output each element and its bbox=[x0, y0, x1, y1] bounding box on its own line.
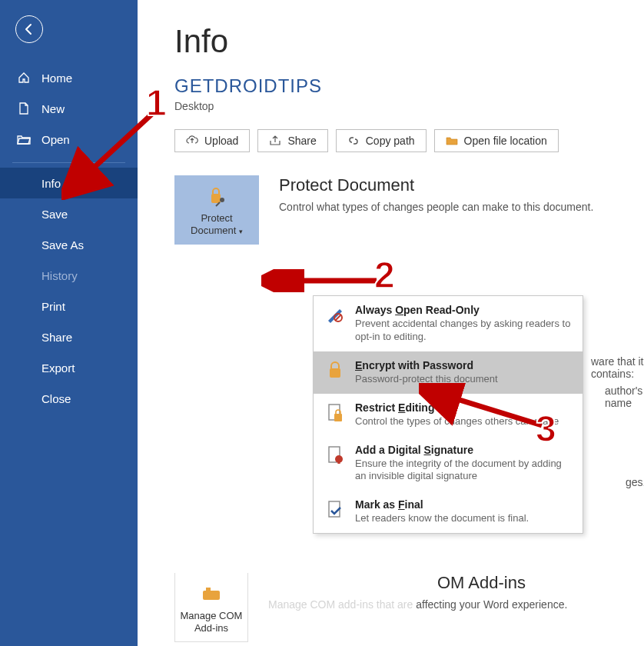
sidebar-item-label: Info bbox=[41, 177, 61, 190]
sidebar-item-history: History bbox=[0, 260, 138, 291]
document-title: GETDROIDTIPS bbox=[174, 75, 644, 97]
com-addins-heading-trail: OM Add-ins bbox=[437, 573, 567, 593]
open-location-button[interactable]: Open file location bbox=[434, 129, 559, 152]
copy-path-label: Copy path bbox=[366, 135, 415, 147]
sidebar-item-save-as[interactable]: Save As bbox=[0, 229, 138, 260]
cloud-upload-icon bbox=[186, 135, 198, 147]
sidebar-item-label: Share bbox=[41, 331, 72, 344]
manage-com-addins-label: Manage COM Add-ins bbox=[178, 610, 244, 634]
dropdown-item-title: Always Open Read-Only bbox=[355, 304, 572, 316]
info-toolbar: Upload Share Copy path Open file locatio… bbox=[174, 129, 644, 152]
page-title: Info bbox=[174, 23, 644, 60]
dropdown-item-always-open-read-only[interactable]: Always Open Read-OnlyPrevent accidental … bbox=[314, 296, 583, 351]
protect-document-desc: Control what types of changes people can… bbox=[279, 200, 593, 215]
dropdown-item-icon bbox=[324, 444, 346, 484]
open-location-label: Open file location bbox=[464, 135, 547, 147]
sidebar-item-label: Save bbox=[41, 208, 68, 221]
annotation-arrow-3 bbox=[419, 383, 549, 437]
backstage-sidebar: HomeNewOpen InfoSaveSave AsHistoryPrintS… bbox=[0, 0, 138, 646]
svg-rect-2 bbox=[203, 591, 220, 600]
back-button[interactable] bbox=[15, 15, 43, 43]
upload-label: Upload bbox=[204, 135, 238, 147]
sidebar-item-save[interactable]: Save bbox=[0, 198, 138, 229]
document-location: Desktop bbox=[174, 100, 644, 112]
dropdown-item-icon bbox=[324, 359, 346, 386]
folder-open-icon bbox=[17, 132, 31, 146]
upload-button[interactable]: Upload bbox=[174, 129, 250, 152]
com-addins-section: Manage COM Add-ins OM Add-ins Manage COM… bbox=[174, 573, 644, 642]
svg-point-1 bbox=[220, 198, 224, 202]
share-button[interactable]: Share bbox=[257, 129, 327, 152]
dropdown-item-desc: Prevent accidental changes by asking rea… bbox=[355, 318, 572, 344]
sidebar-item-print[interactable]: Print bbox=[0, 291, 138, 321]
sidebar-item-export[interactable]: Export bbox=[0, 352, 138, 383]
main-pane: Info GETDROIDTIPS Desktop Upload Share C bbox=[138, 0, 644, 646]
sidebar-item-label: History bbox=[41, 269, 78, 282]
copy-path-button[interactable]: Copy path bbox=[336, 129, 427, 152]
dropdown-item-title: Mark as Final bbox=[355, 498, 529, 511]
annotation-1: 1 bbox=[146, 82, 167, 124]
share-icon bbox=[269, 135, 281, 147]
dropdown-item-mark-as-final[interactable]: Mark as FinalLet readers know the docume… bbox=[314, 491, 583, 533]
sidebar-item-label: Export bbox=[41, 361, 75, 375]
check-hidden-trail: ges. bbox=[626, 476, 644, 488]
sidebar-item-label: Print bbox=[41, 300, 65, 313]
lock-key-icon bbox=[178, 185, 256, 208]
sidebar-item-close[interactable]: Close bbox=[0, 383, 138, 414]
sidebar-item-label: Home bbox=[41, 72, 72, 85]
sidebar-item-home[interactable]: Home bbox=[0, 62, 138, 93]
dropdown-item-desc: Let readers know the document is final. bbox=[355, 512, 529, 525]
manage-com-addins-button[interactable]: Manage COM Add-ins bbox=[174, 573, 248, 642]
document-icon bbox=[17, 102, 31, 115]
dropdown-item-icon bbox=[324, 401, 346, 428]
home-icon bbox=[17, 71, 31, 85]
share-label: Share bbox=[287, 135, 316, 147]
dropdown-item-icon bbox=[324, 304, 346, 344]
sidebar-item-share[interactable]: Share bbox=[0, 321, 138, 352]
dropdown-item-title: Encrypt with Password bbox=[355, 359, 498, 371]
svg-rect-8 bbox=[334, 414, 342, 421]
annotation-3: 3 bbox=[536, 408, 556, 450]
protect-document-btn-label: Protect Document ▾ bbox=[178, 212, 256, 236]
inspect-trail: ware that it contains: author's name bbox=[591, 355, 644, 411]
dropdown-item-desc: Ensure the integrity of the document by … bbox=[355, 458, 572, 484]
folder-icon bbox=[446, 135, 458, 147]
back-arrow-icon bbox=[23, 23, 35, 35]
sidebar-item-label: Close bbox=[41, 392, 71, 405]
annotation-arrow-2 bbox=[261, 269, 384, 292]
annotation-2: 2 bbox=[374, 254, 395, 296]
svg-rect-0 bbox=[211, 194, 221, 203]
protect-document-heading: Protect Document bbox=[279, 175, 593, 195]
dropdown-item-icon bbox=[324, 498, 346, 525]
protect-document-section: Protect Document ▾ Protect Document Cont… bbox=[174, 175, 644, 245]
svg-rect-6 bbox=[330, 368, 340, 378]
protect-document-button[interactable]: Protect Document ▾ bbox=[174, 175, 259, 245]
sidebar-item-label: Save As bbox=[41, 238, 84, 251]
com-addins-desc: Manage COM add-ins that are affecting yo… bbox=[268, 598, 567, 613]
addin-icon bbox=[178, 582, 244, 605]
svg-rect-3 bbox=[206, 588, 211, 592]
link-icon bbox=[347, 135, 360, 147]
